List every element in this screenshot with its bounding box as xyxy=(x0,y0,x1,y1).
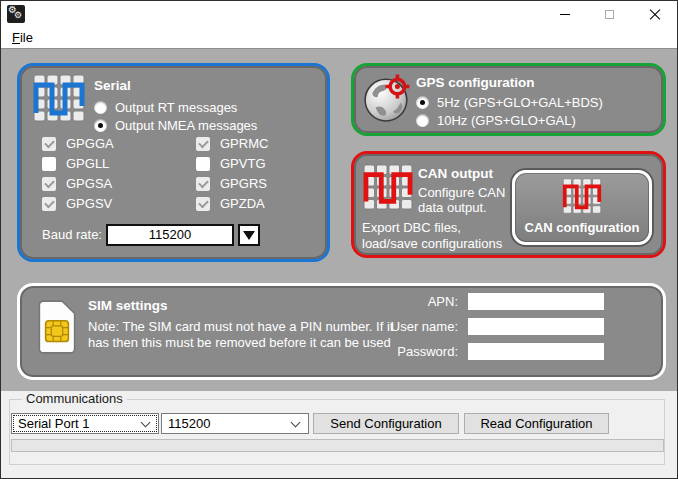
baud-select[interactable]: 115200 xyxy=(161,413,309,434)
checkbox-gprmc[interactable]: GPRMC xyxy=(196,136,268,151)
username-label: User name: xyxy=(348,318,458,335)
checkbox-gpgsa[interactable]: GPGSA xyxy=(42,176,112,191)
chevron-down-icon xyxy=(291,418,301,428)
checkbox-gpzda[interactable]: GPZDA xyxy=(196,196,265,211)
checkbox-icon[interactable] xyxy=(196,157,210,171)
gps-title: GPS configuration xyxy=(416,75,535,90)
checkbox-icon[interactable] xyxy=(42,157,56,171)
app-window: ⚙⚙ File Serial Output RT mess xyxy=(0,0,678,479)
checkbox-gpgga[interactable]: GPGGA xyxy=(42,136,114,151)
sim-note-line2: has then this must be removed before it … xyxy=(88,335,391,350)
titlebar: ⚙⚙ xyxy=(1,1,677,28)
can-configuration-button-label: CAN configuration xyxy=(525,220,640,235)
baud-rate-label: Baud rate: xyxy=(42,227,102,242)
can-desc-line3: Export DBC files, xyxy=(362,220,461,235)
can-configuration-button[interactable]: CAN configuration xyxy=(512,170,652,245)
checkbox-icon[interactable] xyxy=(196,197,210,211)
checkbox-icon[interactable] xyxy=(42,197,56,211)
checkbox-gpgll[interactable]: GPGLL xyxy=(42,156,109,171)
can-desc-line4: load/save configurations xyxy=(362,236,502,251)
password-label: Password: xyxy=(348,343,458,360)
radio-5hz[interactable]: 5Hz (GPS+GLO+GAL+BDS) xyxy=(416,95,603,110)
progress-bar xyxy=(11,439,664,452)
main-content: Serial Output RT messages Output NMEA me… xyxy=(1,48,677,391)
baud-rate-dropdown-button[interactable] xyxy=(238,224,260,246)
checkbox-icon[interactable] xyxy=(196,137,210,151)
serial-title: Serial xyxy=(94,78,131,93)
checkbox-gpgrs[interactable]: GPGRS xyxy=(196,176,267,191)
send-configuration-button[interactable]: Send Configuration xyxy=(313,413,459,434)
close-button[interactable] xyxy=(632,1,677,28)
radio-icon[interactable] xyxy=(94,101,107,114)
menu-file[interactable]: File xyxy=(5,28,40,48)
communications-groupbox-label: Communications xyxy=(22,391,127,406)
globe-target-icon xyxy=(362,73,412,123)
can-output-group: CAN output Configure CAN data output. Ex… xyxy=(351,151,666,258)
sim-settings-group: SIM settings Note: The SIM card must not… xyxy=(17,283,666,380)
can-signal-icon xyxy=(362,164,414,210)
radio-10hz[interactable]: 10Hz (GPS+GLO+GAL) xyxy=(416,113,576,128)
radio-icon[interactable] xyxy=(416,114,429,127)
radio-output-rt[interactable]: Output RT messages xyxy=(94,100,237,115)
serial-signal-icon xyxy=(32,74,86,122)
can-desc-line1: Configure CAN xyxy=(418,185,505,200)
radio-output-nmea[interactable]: Output NMEA messages xyxy=(94,118,257,133)
chevron-down-icon xyxy=(141,418,151,428)
read-configuration-button[interactable]: Read Configuration xyxy=(464,413,609,434)
username-field[interactable] xyxy=(468,318,604,335)
baud-rate-select[interactable]: 115200 xyxy=(106,224,234,246)
serial-port-select[interactable]: Serial Port 1 xyxy=(11,413,159,434)
gears-icon: ⚙⚙ xyxy=(7,5,25,23)
checkbox-gpvtg[interactable]: GPVTG xyxy=(196,156,266,171)
can-title: CAN output xyxy=(418,166,493,181)
minimize-button[interactable] xyxy=(542,1,587,28)
gps-configuration-group: GPS configuration 5Hz (GPS+GLO+GAL+BDS) … xyxy=(351,63,666,136)
minimize-icon xyxy=(560,14,570,15)
can-signal-icon xyxy=(562,178,602,214)
checkbox-icon[interactable] xyxy=(42,177,56,191)
serial-group: Serial Output RT messages Output NMEA me… xyxy=(17,63,330,262)
radio-icon[interactable] xyxy=(416,96,429,109)
close-icon xyxy=(648,8,662,22)
maximize-button[interactable] xyxy=(587,1,632,28)
checkbox-icon[interactable] xyxy=(42,137,56,151)
maximize-icon xyxy=(605,10,614,19)
sim-card-icon xyxy=(36,298,78,356)
dropdown-triangle-icon xyxy=(243,231,255,240)
password-field[interactable] xyxy=(468,343,604,360)
apn-field[interactable] xyxy=(468,293,604,310)
communications-area: Communications Serial Port 1 115200 Send… xyxy=(1,391,677,478)
checkbox-icon[interactable] xyxy=(196,177,210,191)
apn-label: APN: xyxy=(348,293,458,310)
radio-icon[interactable] xyxy=(94,119,107,132)
menubar: File xyxy=(1,28,677,48)
can-desc-line2: data output. xyxy=(418,200,487,215)
checkbox-gpgsv[interactable]: GPGSV xyxy=(42,196,112,211)
sim-title: SIM settings xyxy=(88,298,168,313)
